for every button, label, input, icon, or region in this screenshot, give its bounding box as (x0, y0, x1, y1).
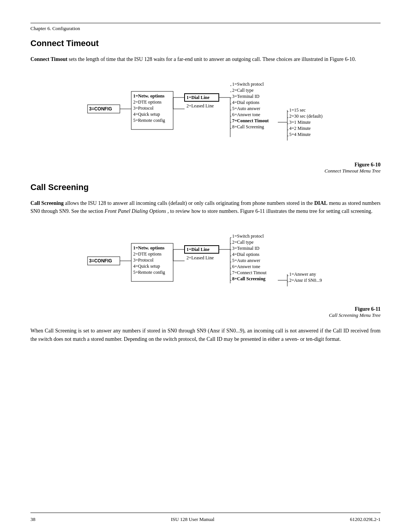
svg-text:3=1 Minute: 3=1 Minute (289, 120, 311, 125)
svg-text:4=Quick setup: 4=Quick setup (133, 112, 160, 117)
section2-body2: When Call Screening is set to answer any… (30, 327, 381, 343)
footer-right: 61202.029L2-1 (350, 516, 381, 522)
svg-text:8=Call Screening: 8=Call Screening (232, 276, 266, 281)
svg-text:4=Dial options: 4=Dial options (232, 100, 260, 105)
svg-text:5=4 Minute: 5=4 Minute (289, 132, 311, 137)
section2-body1: Call Screening allows the ISU 128 to ans… (30, 199, 381, 216)
svg-text:2=Call type: 2=Call type (232, 240, 253, 245)
svg-text:1=Answer any: 1=Answer any (289, 272, 316, 277)
svg-text:1=15 sec: 1=15 sec (289, 107, 306, 113)
section1-bold-term: Connect Timout (30, 56, 67, 62)
svg-text:3=Terminal ID: 3=Terminal ID (232, 94, 260, 99)
svg-text:1=Switch protocl: 1=Switch protocl (232, 81, 264, 87)
section2-bold-term: Call Screening (30, 200, 64, 206)
figure-11-caption-row: Figure 6-11 Call Screening Menu Tree (30, 306, 381, 318)
svg-text:4=Quick setup: 4=Quick setup (133, 264, 160, 269)
svg-text:1=Dial Line: 1=Dial Line (186, 247, 210, 252)
figure-10-number: Figure 6-10 (325, 162, 381, 168)
svg-text:6=Answer tone: 6=Answer tone (232, 112, 260, 117)
svg-text:2=30 sec (default): 2=30 sec (default) (289, 113, 322, 119)
svg-text:1=Dial Line: 1=Dial Line (186, 95, 210, 100)
svg-text:2=Call type: 2=Call type (232, 88, 253, 93)
footer-page: 38 (30, 516, 35, 522)
section2-title: Call Screening (30, 182, 381, 192)
svg-text:3=CONFIG: 3=CONFIG (89, 258, 112, 264)
svg-text:5=Remote config: 5=Remote config (133, 118, 165, 123)
figure-11-caption: Call Screening Menu Tree (329, 312, 381, 318)
footer-center: ISU 128 User Manual (171, 516, 214, 522)
svg-text:6=Answer tone: 6=Answer tone (232, 264, 260, 269)
svg-text:8=Call Screening: 8=Call Screening (232, 124, 264, 129)
svg-text:7=Connect Timout: 7=Connect Timout (232, 118, 269, 123)
figure-11-caption-block: Figure 6-11 Call Screening Menu Tree (329, 306, 381, 318)
figure-10-caption: Connect Timeout Menu Tree (325, 168, 381, 174)
page: Chapter 6. Configuration Connect Timeout… (0, 0, 411, 532)
svg-text:1=Switch protocl: 1=Switch protocl (232, 233, 264, 239)
chapter-header: Chapter 6. Configuration (30, 26, 381, 32)
top-rule (30, 23, 381, 23)
svg-text:4=Dial options: 4=Dial options (232, 252, 260, 257)
svg-text:7=Connect Timout: 7=Connect Timout (232, 270, 267, 275)
dial-bold: DIAL (314, 200, 328, 206)
footer-rule (30, 513, 381, 513)
svg-text:2=DTE options: 2=DTE options (133, 99, 162, 105)
svg-text:2=DTE options: 2=DTE options (133, 251, 162, 257)
figure-10-caption-block: Figure 6-10 Connect Timeout Menu Tree (325, 162, 381, 174)
svg-text:4=2 Minute: 4=2 Minute (289, 126, 311, 131)
section1-body1: Connect Timout sets the length of time t… (30, 55, 381, 64)
figure-11-svg: 3=CONFIG 1=Netw. options 2=DTE options 3… (84, 222, 327, 302)
svg-text:2=Ansr if SN0...9: 2=Ansr if SN0...9 (289, 278, 322, 283)
section1-title: Connect Timeout (30, 38, 381, 48)
figure-10-area: 3=CONFIG 1=Netw. options 2=DTE options 3… (30, 70, 381, 158)
svg-text:3=Protocol: 3=Protocol (133, 257, 154, 263)
figure-10-svg: 3=CONFIG 1=Netw. options 2=DTE options 3… (84, 70, 327, 158)
svg-text:3=Protocol: 3=Protocol (133, 105, 154, 111)
section-ref: Front Panel Dialing Options (105, 208, 166, 214)
svg-text:2=Leased Line: 2=Leased Line (186, 255, 214, 260)
svg-text:3=CONFIG: 3=CONFIG (89, 106, 112, 112)
figure-10-caption-row: Figure 6-10 Connect Timeout Menu Tree (30, 162, 381, 174)
svg-text:5=Remote config: 5=Remote config (133, 270, 165, 275)
svg-text:1=Netw. options: 1=Netw. options (133, 93, 165, 99)
footer: 38 ISU 128 User Manual 61202.029L2-1 (30, 516, 381, 522)
svg-text:2=Leased Line: 2=Leased Line (186, 103, 214, 109)
svg-text:5=Auto answer: 5=Auto answer (232, 106, 260, 111)
figure-11-area: 3=CONFIG 1=Netw. options 2=DTE options 3… (30, 222, 381, 302)
figure-11-number: Figure 6-11 (329, 306, 381, 312)
svg-text:1=Netw. options: 1=Netw. options (133, 245, 165, 251)
svg-text:3=Terminal ID: 3=Terminal ID (232, 246, 260, 251)
svg-text:5=Auto answer: 5=Auto answer (232, 258, 260, 263)
